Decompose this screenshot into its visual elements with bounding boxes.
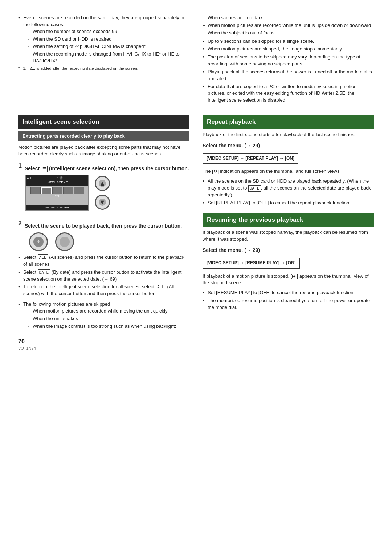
skipped-header-item: The following motion pictures are skippe… — [18, 301, 189, 330]
screen-header: ALL □ 🎬 INTEL SCENE — [26, 175, 88, 186]
resume-bullet-1: Set [RESUME PLAY] to [OFF] to cancel the… — [203, 289, 374, 296]
resume-header-text: Resuming the previous playback — [207, 216, 303, 223]
top-right-item-3: When the subject is out of focus — [203, 30, 374, 37]
page: Even if scenes are recorded on the same … — [0, 0, 392, 554]
top-bullets-right: When scenes are too dark When motion pic… — [203, 15, 374, 105]
resume-menu-title: Select the menu. (→ 29) — [203, 247, 374, 254]
intelligent-subheader-text: Extracting parts recorded clearly to pla… — [23, 133, 125, 139]
step-1-select-label: Select — [25, 166, 41, 171]
nav-circles-step2: ✛ — [29, 232, 189, 251]
top-right-bullet-3: The position of sections to be skipped m… — [203, 54, 374, 68]
step-divider — [18, 215, 189, 215]
step2-bullet-2: Select DATE (By date) and press the curs… — [18, 269, 189, 283]
date-box-1: DATE — [38, 269, 50, 276]
resume-description: If playback of a scene was stopped halfw… — [203, 229, 374, 243]
step-2-bullets: Select ALL (All scenes) and press the cu… — [18, 254, 189, 297]
skipped-section: The following motion pictures are skippe… — [18, 301, 189, 330]
step-1-title: 1 Select ☰ (Intelligent scene selection)… — [18, 161, 189, 172]
repeat-command-box: [VIDEO SETUP] → [REPEAT PLAY] → [ON] — [203, 153, 298, 164]
resume-command-desc: If playback of a motion picture is stopp… — [203, 273, 374, 287]
step-2-title: 2 Select the scene to be played back, th… — [18, 219, 189, 229]
skipped-sub-3: When the image contrast is too strong su… — [28, 323, 189, 330]
left-column: Intelligent scene selection Extracting p… — [18, 111, 189, 539]
repeat-section-header: Repeat playback — [203, 115, 374, 129]
top-right-item-2: When motion pictures are recorded while … — [203, 22, 374, 29]
resume-command-box: [VIDEO SETUP] → [RESUME PLAY] → [ON] — [203, 258, 300, 268]
intelligent-header-text: Intelligent scene selection — [23, 118, 99, 125]
main-columns: Intelligent scene selection Extracting p… — [18, 111, 374, 539]
intelligent-section-header: Intelligent scene selection — [18, 115, 189, 129]
step-1-image-row: ALL □ 🎬 INTEL SCENE 2/2 SETUP ▲ E — [25, 175, 189, 211]
thumb-5 — [74, 187, 84, 194]
top-right-bullet-2: When motion pictures are skipped, the im… — [203, 46, 374, 53]
repeat-command-desc: The [↺] indication appears on the thumbn… — [203, 168, 374, 175]
step2-bullet-1: Select ALL (All scenes) and press the cu… — [18, 254, 189, 268]
screen-thumbnails — [30, 187, 84, 194]
repeat-bullet-2: Set [REPEAT PLAY] to [OFF] to cancel the… — [203, 200, 374, 207]
top-right-bullet-4: Playing back all the scenes returns if t… — [203, 69, 374, 82]
skipped-header-text: The following motion pictures are skippe… — [23, 301, 110, 307]
all-box-2: ALL — [156, 284, 166, 290]
step-1: 1 Select ☰ (Intelligent scene selection)… — [18, 161, 189, 211]
thumb-1 — [30, 187, 41, 194]
top-left-bullet-list: Even if scenes are recorded on the same … — [18, 15, 189, 65]
page-code: VQT1N74 — [18, 346, 189, 351]
nav-buttons-step1: ▲ ▼ — [95, 176, 110, 210]
thumb-4 — [63, 187, 73, 194]
sub-item-1: When the number of scenes exceeds 99 — [28, 28, 189, 35]
top-bullets-left: Even if scenes are recorded on the same … — [18, 15, 189, 105]
all-box-1: ALL — [38, 254, 48, 261]
nav-circle-left: ✛ — [29, 232, 48, 251]
repeat-menu-title: Select the menu. (→ 29) — [203, 142, 374, 149]
skipped-sub-2: When the unit shakes — [28, 315, 189, 322]
nav-circle-down: ▼ — [95, 195, 110, 210]
page-info: 70 VQT1N74 — [18, 337, 189, 351]
screen-footer: SETUP ▲ ENTER — [26, 205, 88, 210]
resume-bullet-2: The memorized resume position is cleared… — [203, 297, 374, 311]
nav-circle-up: ▲ — [95, 176, 110, 191]
bullet-grouped: Even if scenes are recorded on the same … — [18, 15, 189, 65]
skipped-sub-list: When motion pictures are recorded while … — [23, 308, 189, 330]
sub-list-cases: When the number of scenes exceeds 99 Whe… — [23, 28, 189, 65]
top-bullets-section: Even if scenes are recorded on the same … — [18, 15, 374, 105]
thumb-3 — [52, 187, 62, 194]
sub-item-4: When the recording mode is changed from … — [28, 51, 189, 65]
sub-item-2: When the SD card or HDD is repaired — [28, 36, 189, 43]
step-1-icon: ☰ — [41, 166, 48, 172]
footnote: * –1, –2... is added after the recording… — [18, 66, 189, 72]
thumb-2-selected — [41, 187, 52, 194]
resume-section-header: Resuming the previous playback — [203, 213, 374, 227]
repeat-header-text: Repeat playback — [207, 118, 256, 125]
resume-bullets: Set [RESUME PLAY] to [OFF] to cancel the… — [203, 289, 374, 311]
step-2-number: 2 — [18, 220, 22, 227]
right-column: Repeat playback Playback of the first sc… — [203, 111, 374, 539]
repeat-description: Playback of the first scene starts after… — [203, 131, 374, 138]
sub-item-3: When the setting of 24pDIGITAL CINEMA is… — [28, 43, 189, 50]
step-1-title-rest: (Intelligent scene selection), then pres… — [48, 166, 189, 171]
screen-counter: 2/2 — [55, 194, 60, 199]
step-2-title-text: Select the scene to be played back, then… — [25, 223, 182, 229]
intelligent-description: Motion pictures are played back after ex… — [18, 144, 189, 158]
repeat-bullet-1: All the scenes on the SD card or HDD are… — [203, 178, 374, 199]
step-2: 2 Select the scene to be played back, th… — [18, 219, 189, 297]
nav-circle-center — [55, 232, 74, 251]
top-right-bullet-5: For data that are copied to a PC or writ… — [203, 83, 374, 104]
top-right-bullet-1: Up to 9 sections can be skipped for a si… — [203, 38, 374, 45]
repeat-bullets: All the scenes on the SD card or HDD are… — [203, 178, 374, 206]
top-right-sub-list: When scenes are too dark When motion pic… — [203, 15, 374, 37]
skipped-sub-1: When motion pictures are recorded while … — [28, 308, 189, 315]
top-right-bullet-list: Up to 9 sections can be skipped for a si… — [203, 38, 374, 104]
intelligent-subheader: Extracting parts recorded clearly to pla… — [18, 131, 189, 141]
device-screen: ALL □ 🎬 INTEL SCENE 2/2 SETUP ▲ E — [25, 175, 89, 211]
page-number: 70 — [18, 337, 189, 346]
screen-header-text: INTEL SCENE — [27, 180, 87, 185]
step-1-number: 1 — [18, 162, 22, 170]
top-right-item-1: When scenes are too dark — [203, 15, 374, 21]
date-box-repeat: DATE — [248, 185, 261, 192]
step2-bullet-3: To return to the Intelligent scene selec… — [18, 284, 189, 297]
